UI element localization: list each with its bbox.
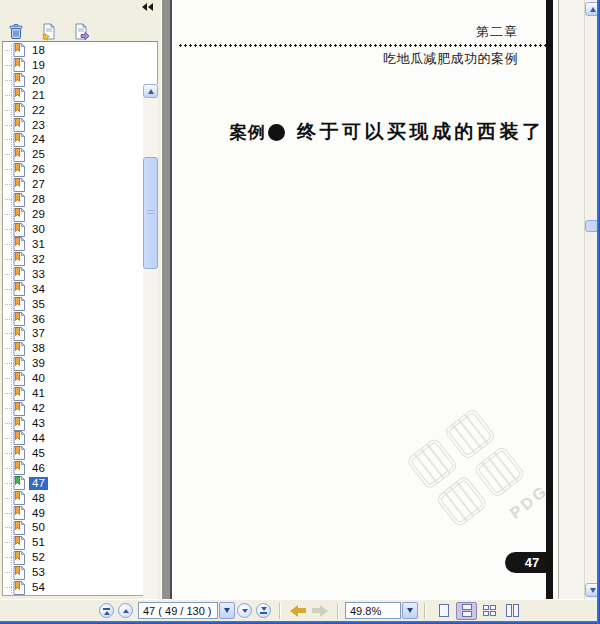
layout-single-page-button[interactable] [433, 602, 454, 620]
page-bookmark-icon [13, 491, 25, 505]
page-list-item[interactable]: 54 [3, 580, 141, 595]
page-list-item[interactable]: 34 [3, 282, 141, 297]
page-list-item[interactable]: 40 [3, 371, 141, 386]
page-list-item[interactable]: 47 [3, 476, 141, 491]
seal-glyph [406, 437, 459, 490]
go-forward-button[interactable] [312, 605, 328, 617]
next-page-button[interactable] [237, 603, 252, 618]
page-list-item[interactable]: 24 [3, 133, 141, 148]
sidebar-scroll-thumb[interactable] [143, 157, 158, 269]
page-list-item[interactable]: 21 [3, 88, 141, 103]
page-list-item[interactable]: 53 [3, 565, 141, 580]
page-list-item[interactable]: 46 [3, 461, 141, 476]
page-number-label: 32 [29, 253, 48, 266]
previous-page-button[interactable] [118, 603, 133, 618]
page-bookmark-icon [13, 446, 25, 460]
page-list-item[interactable]: 22 [3, 103, 141, 118]
page-list-item[interactable]: 27 [3, 177, 141, 192]
page-bookmark-icon [13, 267, 25, 281]
page-bookmark-icon [13, 297, 25, 311]
delete-page-button[interactable] [6, 22, 25, 41]
page-list-item[interactable]: 51 [3, 535, 141, 550]
page-bookmark-icon [13, 327, 25, 341]
zoom-level-field[interactable]: 49.8% [345, 602, 401, 619]
seal-glyph [443, 407, 496, 460]
page-list-item[interactable]: 25 [3, 147, 141, 162]
page-list-item[interactable]: 37 [3, 327, 141, 342]
tree-connector [5, 184, 12, 185]
zoom-dropdown-button[interactable] [402, 602, 418, 619]
layout-continuous-button[interactable] [456, 602, 477, 620]
tree-connector [5, 154, 12, 155]
page-list-item[interactable]: 41 [3, 386, 141, 401]
tree-connector [5, 527, 12, 528]
page-list-item[interactable]: 39 [3, 356, 141, 371]
page-list-item[interactable]: 44 [3, 431, 141, 446]
case-title-text: 终于可以买现成的西装了 [297, 119, 545, 145]
page-number-label: 30 [29, 223, 48, 236]
page-bookmark-icon [13, 521, 25, 535]
page-dropdown-button[interactable] [219, 602, 235, 619]
page-bookmark-icon [13, 133, 25, 147]
page-bookmark-icon [13, 178, 25, 192]
layout-two-up-button[interactable] [502, 602, 523, 620]
panel-splitter[interactable] [161, 0, 172, 599]
page-bookmark-icon [13, 431, 25, 445]
tree-connector [5, 80, 12, 81]
page-number-label: 33 [29, 268, 48, 281]
page-number-label: 41 [29, 387, 48, 400]
page-list-item[interactable]: 49 [3, 506, 141, 521]
page-list-item[interactable]: 19 [3, 58, 141, 73]
page-list-item[interactable]: 48 [3, 491, 141, 506]
page-list-item[interactable]: 52 [3, 550, 141, 565]
sidebar-toolbar [6, 22, 91, 41]
page-list-item[interactable]: 50 [3, 521, 141, 536]
collapse-panel-icon[interactable] [142, 3, 156, 12]
page-list-item[interactable]: 43 [3, 416, 141, 431]
page-list-item[interactable]: 45 [3, 446, 141, 461]
page-bookmark-icon [13, 312, 25, 326]
page-number-label: 48 [29, 492, 48, 505]
page-bookmark-icon [13, 506, 25, 520]
page-number-label: 29 [29, 208, 48, 221]
page-list-item[interactable]: 38 [3, 341, 141, 356]
page-number-label: 20 [29, 74, 48, 87]
dotted-rule [178, 44, 546, 47]
page-list-item[interactable]: 33 [3, 267, 141, 282]
page-list-item[interactable]: 23 [3, 118, 141, 133]
tree-connector [5, 319, 12, 320]
page-list-item[interactable]: 26 [3, 162, 141, 177]
tree-connector [5, 139, 12, 140]
page-number-label: 34 [29, 283, 48, 296]
page-number-label: 35 [29, 298, 48, 311]
tree-connector [5, 423, 12, 424]
page-list-item[interactable]: 36 [3, 312, 141, 327]
page-list-item[interactable]: 31 [3, 237, 141, 252]
page-list-item[interactable]: 18 [3, 43, 141, 58]
page-bookmark-icon [13, 252, 25, 266]
scroll-up-icon[interactable] [143, 84, 158, 98]
sidebar-scrollbar[interactable] [143, 84, 158, 624]
tree-connector [5, 289, 12, 290]
page-list-item[interactable]: 28 [3, 192, 141, 207]
add-page-button[interactable] [39, 22, 58, 41]
tree-connector [5, 95, 12, 96]
page-number-label: 37 [29, 327, 48, 340]
page-list-item[interactable]: 32 [3, 252, 141, 267]
page-list-item[interactable]: 42 [3, 401, 141, 416]
tree-connector [5, 199, 12, 200]
first-page-button[interactable] [99, 603, 114, 618]
page-list-item[interactable]: 35 [3, 297, 141, 312]
page-list-item[interactable]: 30 [3, 222, 141, 237]
page-list-item[interactable]: 29 [3, 207, 141, 222]
last-page-button[interactable] [256, 603, 271, 618]
document-page-view: 第二章 吃地瓜减肥成功的案例 案例 终于可以买现成的西装了 PDG 47 [172, 0, 584, 599]
bookmarks-sidebar: 18 19 20 [0, 0, 161, 599]
page-bookmark-icon [13, 237, 25, 251]
page-number-field[interactable]: 47 ( 49 / 130 ) [138, 602, 218, 619]
page-list-item[interactable]: 20 [3, 73, 141, 88]
go-back-button[interactable] [290, 605, 306, 617]
export-page-button[interactable] [72, 22, 91, 41]
chevron-down-icon [407, 608, 413, 613]
layout-facing-button[interactable] [479, 602, 500, 620]
